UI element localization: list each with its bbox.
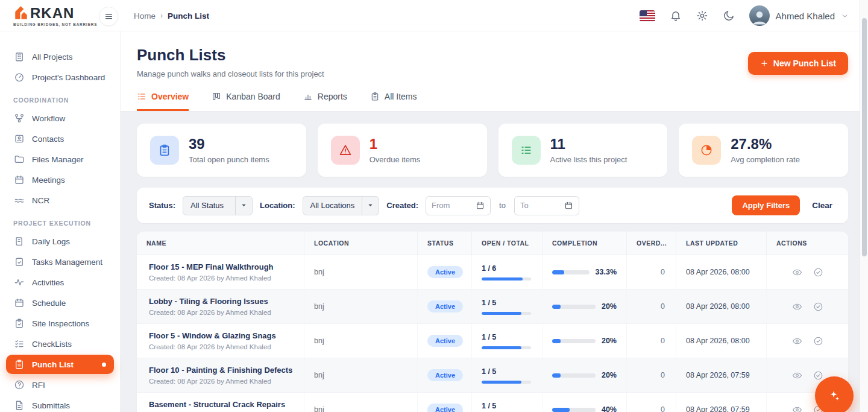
breadcrumb-home-link[interactable]: Home [134, 11, 156, 21]
sidebar-item-all-projects[interactable]: All Projects [6, 47, 114, 66]
table-row[interactable]: Floor 5 - Window & Glazing Snags Created… [137, 324, 848, 358]
page-scrollbar[interactable] [860, 0, 868, 412]
new-punch-list-button[interactable]: New Punch List [748, 52, 848, 75]
sidebar-item-punch-list[interactable]: Punch List [6, 355, 114, 374]
table-header: NAMELOCATIONSTATUSOPEN / TOTALCOMPLETION… [137, 232, 848, 255]
sidebar-item-checklists[interactable]: CheckLists [6, 334, 114, 353]
location-value: bnj [304, 324, 418, 358]
gear-icon[interactable] [696, 10, 708, 22]
complete-check-icon[interactable] [813, 336, 823, 346]
sidebar-item-ncr[interactable]: NCR [6, 191, 114, 210]
last-updated-value: 08 Apr 2026, 08:00 [676, 290, 767, 323]
completion-percent: 40% [602, 405, 617, 412]
calendar-icon[interactable] [476, 201, 485, 210]
user-name: Ahmed Khaled [776, 11, 835, 21]
sidebar-item-rfi[interactable]: RFI [6, 375, 114, 395]
view-icon[interactable] [792, 405, 802, 412]
tab-all-items[interactable]: All Items [370, 92, 417, 111]
ai-assistant-button[interactable] [815, 376, 854, 412]
date-to-input[interactable] [520, 201, 561, 210]
logo-text: RKAN [30, 6, 74, 21]
column-header-overd[interactable]: OVERD... [627, 232, 676, 255]
view-icon[interactable] [792, 302, 802, 312]
sidebar-item-schedule[interactable]: Schedule [6, 293, 114, 312]
punch-list-name: Floor 5 - Window & Glazing Snags [149, 331, 294, 340]
status-badge: Active [427, 300, 463, 312]
completion-percent: 20% [602, 302, 617, 311]
last-updated-value: 08 Apr 2026, 08:00 [676, 324, 767, 358]
location-value: bnj [304, 393, 418, 412]
scrollbar-thumb[interactable] [862, 18, 867, 256]
table-row[interactable]: Floor 15 - MEP Final Walkthrough Created… [137, 255, 848, 290]
sidebar-item-activities[interactable]: Activities [6, 273, 114, 292]
sidebar-item-label: Tasks Management [32, 258, 102, 267]
completion-percent: 33.3% [596, 268, 617, 276]
sidebar-item-project-s-dashboard[interactable]: Project's Dashboard [6, 68, 114, 87]
stat-value: 39 [189, 136, 269, 152]
location-filter-select[interactable]: All Locations [303, 196, 380, 215]
complete-check-icon[interactable] [813, 302, 823, 312]
calendar-icon[interactable] [564, 201, 573, 210]
sidebar-item-site-inspections[interactable]: Site Inspections [6, 314, 114, 333]
date-range-to-text: to [499, 201, 506, 210]
sidebar-item-label: Punch List [32, 360, 74, 369]
apply-filters-button[interactable]: Apply Filters [732, 195, 800, 215]
breadcrumb-current[interactable]: Punch List [168, 11, 209, 21]
column-header-status[interactable]: STATUS [418, 232, 472, 255]
column-header-last-updated[interactable]: LAST UPDATED [676, 232, 767, 255]
completion-progress-bar [552, 305, 596, 309]
avatar[interactable] [749, 5, 770, 26]
complete-check-icon[interactable] [813, 267, 823, 277]
app-logo[interactable]: RKAN BUILDING BRIDGES, NOT BARRIERS [13, 5, 97, 27]
view-icon[interactable] [792, 267, 802, 277]
table-row[interactable]: Basement - Structural Crack Repairs Crea… [137, 393, 848, 412]
sidebar-collapse-button[interactable] [99, 7, 118, 26]
language-flag-icon[interactable] [640, 10, 655, 22]
date-from-input[interactable] [432, 201, 472, 210]
sparkles-icon [828, 389, 841, 402]
sidebar-item-daily-logs[interactable]: Daily Logs [6, 232, 114, 251]
building-icon [14, 51, 25, 62]
sidebar-item-submittals[interactable]: Submittals [6, 396, 114, 412]
status-filter-value: All Status [183, 201, 235, 210]
tab-kanban-board[interactable]: Kanban Board [212, 92, 280, 111]
sidebar-item-label: Submittals [32, 401, 70, 410]
sidebar-item-contacts[interactable]: Contacts [6, 129, 114, 148]
location-value: bnj [304, 290, 418, 323]
status-filter-select[interactable]: All Status [183, 196, 253, 215]
bell-icon[interactable] [670, 10, 682, 22]
completion-progress-bar [552, 270, 590, 274]
column-header-actions[interactable]: ACTIONS [767, 232, 848, 255]
contacts-icon [14, 133, 25, 144]
column-header-completion[interactable]: COMPLETION [542, 232, 627, 255]
column-header-open-total[interactable]: OPEN / TOTAL [472, 232, 542, 255]
caret-down-icon [235, 197, 252, 215]
user-menu[interactable]: Ahmed Khaled [749, 5, 849, 26]
column-header-name[interactable]: NAME [137, 232, 304, 255]
sidebar-item-files-manager[interactable]: Files Manager [6, 150, 114, 169]
column-header-location[interactable]: LOCATION [304, 232, 418, 255]
tab-reports[interactable]: Reports [303, 92, 347, 111]
date-from-field[interactable] [426, 196, 491, 215]
completion-progress-bar [552, 373, 596, 378]
table-row[interactable]: Lobby - Tiling & Flooring Issues Created… [137, 290, 848, 324]
clear-filters-button[interactable]: Clear [812, 201, 832, 210]
date-to-field[interactable] [514, 196, 579, 215]
sidebar-item-workflow[interactable]: Workflow [6, 109, 114, 128]
complete-check-icon[interactable] [813, 370, 823, 381]
file-icon [14, 400, 25, 411]
calendar-icon [14, 174, 25, 185]
table-row[interactable]: Floor 10 - Painting & Finishing Defects … [137, 358, 848, 393]
stat-label: Avg completion rate [731, 155, 800, 164]
sidebar: All ProjectsProject's DashboardCOORDINAT… [0, 31, 121, 412]
sidebar-item-label: NCR [32, 196, 49, 205]
stat-card-completion-rate: 27.8% Avg completion rate [679, 124, 848, 177]
view-icon[interactable] [792, 336, 802, 346]
view-icon[interactable] [792, 370, 802, 381]
sidebar-item-tasks-management[interactable]: Tasks Management [6, 252, 114, 271]
open-total-value: 1 / 5 [482, 367, 532, 376]
sidebar-item-meetings[interactable]: Meetings [6, 170, 114, 189]
punch-list-name: Lobby - Tiling & Flooring Issues [149, 297, 294, 306]
tab-overview[interactable]: Overview [137, 92, 189, 111]
moon-icon[interactable] [723, 10, 735, 22]
